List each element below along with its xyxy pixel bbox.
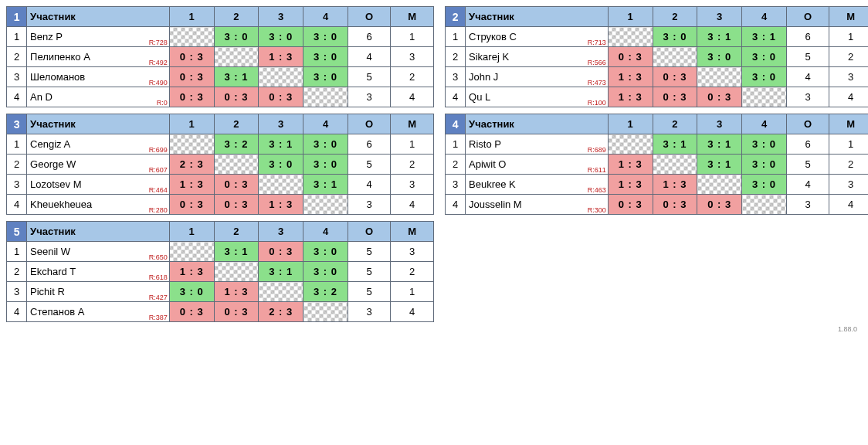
- score-text: 1 : 3: [619, 71, 643, 83]
- score-text: 1 : 3: [269, 199, 293, 210]
- score-text: 3 : 0: [752, 51, 776, 63]
- score-text: 3 : 1: [707, 158, 731, 170]
- table-row: 2Apiwit OR:6111 : 33 : 13 : 052: [446, 155, 869, 175]
- group-number: 2: [446, 7, 466, 27]
- score-cell: 0 : 3: [169, 195, 214, 215]
- score-cell: 3 : 1: [653, 134, 697, 155]
- score-cell: 3 : 0: [303, 262, 348, 282]
- place-cell: 1: [391, 134, 434, 155]
- round-header: 3: [259, 7, 303, 27]
- score-cell: 0 : 3: [697, 195, 742, 215]
- score-text: 3 : 0: [314, 266, 337, 277]
- score-cell: 0 : 3: [697, 87, 742, 107]
- round-header: 4: [742, 114, 787, 134]
- round-header: 4: [303, 114, 348, 134]
- table-row: 3John JR:4731 : 30 : 33 : 043: [446, 67, 869, 87]
- player-index: 1: [7, 134, 27, 155]
- player-name: Шеломанов: [30, 71, 85, 83]
- score-cell: 0 : 3: [259, 242, 303, 262]
- diagonal-cell: [303, 195, 348, 215]
- table-row: 3Beukree KR:4631 : 31 : 33 : 043: [446, 175, 869, 195]
- score-cell: 0 : 3: [608, 195, 653, 215]
- round-header: 2: [214, 7, 259, 27]
- score-text: 3 : 2: [314, 286, 337, 297]
- score-cell: 0 : 3: [608, 47, 653, 67]
- score-text: 3 : 1: [314, 178, 337, 190]
- score-cell: 3 : 0: [742, 134, 787, 155]
- player-index: 1: [7, 242, 27, 262]
- player-cell: Beukree KR:463: [466, 175, 609, 195]
- score-text: 0 : 3: [180, 199, 204, 210]
- player-rating: R:280: [149, 206, 168, 214]
- score-cell: 1 : 3: [608, 87, 653, 107]
- place-header: М: [829, 114, 868, 134]
- points-cell: 6: [348, 134, 391, 155]
- score-cell: 3 : 0: [653, 27, 697, 47]
- score-text: 0 : 3: [619, 51, 643, 63]
- table-row: 1Seenil WR:6503 : 10 : 33 : 053: [7, 242, 434, 262]
- score-text: 3 : 1: [269, 266, 293, 277]
- score-cell: 3 : 0: [742, 155, 787, 175]
- group-number: 1: [7, 7, 27, 27]
- player-rating: R:492: [149, 59, 168, 66]
- place-cell: 2: [829, 47, 868, 67]
- points-cell: 6: [786, 134, 829, 155]
- table-row: 4An DR:00 : 30 : 30 : 334: [7, 87, 434, 107]
- points-cell: 3: [786, 195, 829, 215]
- player-rating: R:699: [149, 146, 168, 154]
- player-index: 3: [7, 282, 27, 302]
- player-cell: Cengiz AR:699: [27, 134, 170, 155]
- group-number: 5: [7, 222, 27, 242]
- player-name: Sikarej K: [469, 51, 509, 63]
- score-cell: 0 : 3: [653, 195, 697, 215]
- score-text: 3 : 1: [707, 138, 731, 150]
- player-index: 4: [7, 87, 27, 107]
- round-header: 4: [742, 7, 787, 27]
- player-cell: Pichit RR:427: [27, 282, 170, 302]
- player-name: Qu L: [469, 91, 490, 103]
- score-text: 0 : 3: [224, 199, 248, 210]
- player-index: 2: [7, 155, 27, 175]
- score-cell: 0 : 3: [169, 67, 214, 87]
- player-name: Пелипенко А: [30, 51, 90, 63]
- participant-header: Участник: [27, 222, 170, 242]
- player-cell: Benz PR:728: [27, 27, 170, 47]
- participant-header: Участник: [27, 114, 170, 134]
- diagonal-cell: [697, 175, 742, 195]
- score-cell: 3 : 0: [169, 282, 214, 302]
- score-text: 0 : 3: [180, 71, 204, 83]
- score-text: 1 : 3: [269, 51, 293, 63]
- score-text: 3 : 0: [707, 51, 731, 63]
- points-cell: 4: [348, 47, 391, 67]
- place-cell: 2: [391, 67, 434, 87]
- place-cell: 2: [829, 155, 868, 175]
- score-cell: 0 : 3: [169, 47, 214, 67]
- player-name: Ekchard T: [30, 266, 76, 277]
- place-cell: 4: [829, 87, 868, 107]
- points-cell: 3: [348, 195, 391, 215]
- score-cell: 3 : 0: [303, 67, 348, 87]
- player-name: Risto P: [469, 138, 501, 150]
- score-text: 3 : 0: [314, 246, 337, 257]
- group-number: 4: [446, 114, 466, 134]
- player-rating: R:463: [588, 186, 606, 194]
- score-text: 3 : 0: [752, 138, 776, 150]
- diagonal-cell: [608, 134, 653, 155]
- player-index: 2: [446, 155, 466, 175]
- diagonal-cell: [214, 47, 259, 67]
- score-cell: 3 : 0: [742, 67, 787, 87]
- place-header: М: [829, 7, 868, 27]
- table-row: 4Jousselin MR:3000 : 30 : 30 : 334: [446, 195, 869, 215]
- score-text: 0 : 3: [224, 178, 248, 190]
- score-cell: 3 : 2: [214, 134, 259, 155]
- score-text: 0 : 3: [269, 246, 293, 257]
- score-text: 3 : 1: [707, 31, 731, 42]
- table-row: 3Pichit RR:4273 : 01 : 33 : 251: [7, 282, 434, 302]
- player-cell: John JR:473: [466, 67, 609, 87]
- player-cell: Sikarej KR:566: [466, 47, 609, 67]
- player-name: Степанов А: [30, 306, 84, 318]
- score-cell: 2 : 3: [169, 155, 214, 175]
- player-rating: R:650: [149, 253, 168, 261]
- player-index: 4: [7, 195, 27, 215]
- score-cell: 1 : 3: [169, 175, 214, 195]
